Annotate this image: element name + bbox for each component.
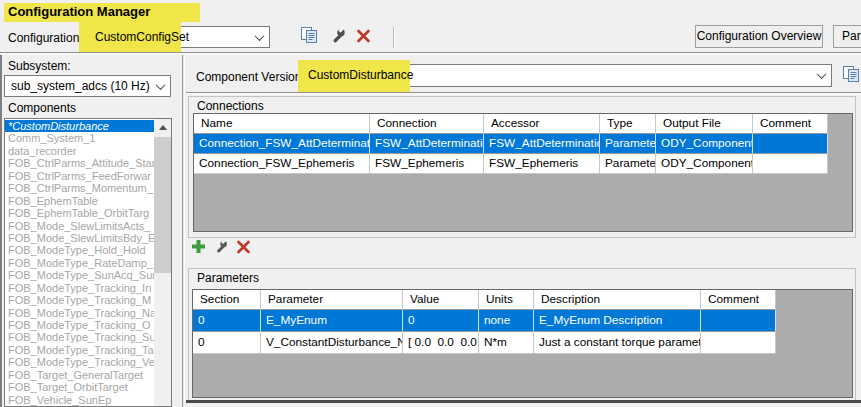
delete-x-icon (356, 29, 371, 46)
copy-icon (842, 66, 861, 86)
bottom-edge-border (186, 400, 861, 403)
table-cell[interactable]: [ 0.0 0.0 0.0 ] (403, 332, 479, 354)
component-list-item[interactable]: FOB_Mode_SlewLimitsActs_ (5, 220, 154, 232)
table-cell[interactable]: FSW_Ephemeris (484, 154, 600, 174)
table-cell[interactable]: V_ConstantDisturbance_Nm (261, 332, 403, 354)
table-cell[interactable]: FSW_AttDetermination (370, 134, 484, 154)
edit-connection-button[interactable] (214, 240, 228, 257)
copy-configuration-button[interactable] (298, 27, 320, 47)
table-row[interactable]: 0E_MyEnum0noneE_MyEnum Description (193, 310, 852, 332)
component-list-item[interactable]: FOB_CtrlParms_Momentum_ (5, 182, 154, 194)
component-list-item[interactable]: FOB_ModeType_Tracking_O (5, 319, 154, 331)
table-cell[interactable] (753, 134, 828, 154)
main-separator (186, 92, 861, 94)
table-cell[interactable]: ODY_Components (656, 134, 753, 154)
component-list-item[interactable]: FOB_ModeType_Tracking_Su (5, 331, 154, 343)
component-list-item[interactable]: FOB_Vehicle_SunEp (5, 394, 154, 406)
table-cell[interactable]: FSW_Ephemeris (370, 154, 484, 174)
components-list[interactable]: *CustomDisturbanceComm_System_1data_reco… (4, 118, 172, 407)
component-list-item[interactable]: FOB_Mode_SlewLimitsBdy_E (5, 232, 154, 244)
table-cell[interactable]: 0 (403, 310, 479, 332)
column-header[interactable]: Output File (656, 114, 753, 134)
component-list-item[interactable]: FOB_ModeType_Tracking_Na (5, 307, 154, 319)
table-cell[interactable]: none (479, 310, 534, 332)
component-list-item[interactable]: FOB_CtrlParms_FeedForwar (5, 170, 154, 182)
column-header[interactable]: Comment (701, 290, 776, 310)
component-list-item[interactable]: data_recorder (5, 145, 154, 157)
chevron-down-icon[interactable] (151, 77, 169, 95)
component-list-item[interactable]: FOB_ModeType_Tracking_Ta (5, 344, 154, 356)
component-list-item[interactable]: FOB_CtrlParms_Attitude_Star (5, 157, 154, 169)
grid-header-row[interactable]: SectionParameterValueUnitsDescriptionCom… (193, 290, 852, 310)
table-cell[interactable]: Parameter (600, 134, 656, 154)
chevron-down-icon[interactable] (812, 66, 830, 85)
table-cell[interactable] (753, 154, 828, 174)
column-header[interactable]: Accessor (484, 114, 600, 134)
parameter-button-clipped[interactable]: Para (833, 25, 861, 48)
parameters-grid[interactable]: SectionParameterValueUnitsDescriptionCom… (192, 289, 853, 398)
subsystem-label: Subsystem: (8, 59, 71, 73)
edit-configuration-button[interactable] (329, 29, 347, 46)
table-cell[interactable] (701, 310, 776, 332)
column-header[interactable]: Type (600, 114, 656, 134)
chevron-down-icon[interactable] (250, 28, 268, 46)
table-cell[interactable]: Connection_FSW_AttDetermination (194, 134, 370, 154)
table-row[interactable]: Connection_FSW_EphemerisFSW_EphemerisFSW… (194, 154, 852, 174)
column-header[interactable]: Value (403, 290, 479, 310)
table-cell[interactable]: E_MyEnum Description (534, 310, 701, 332)
component-list-item[interactable]: FOB_ModeType_Tracking_In (5, 282, 154, 294)
table-row[interactable]: 0V_ConstantDisturbance_Nm[ 0.0 0.0 0.0 ]… (193, 332, 852, 354)
delete-connection-button[interactable] (236, 240, 251, 257)
table-cell[interactable]: Connection_FSW_Ephemeris (194, 154, 370, 174)
delete-configuration-button[interactable] (355, 30, 371, 45)
table-cell[interactable]: ODY_Components (656, 154, 753, 174)
configuration-overview-button[interactable]: Configuration Overview (695, 25, 823, 48)
component-list-item[interactable]: FOB_ModeType_SunAcq_Sun (5, 269, 154, 281)
component-list-item[interactable]: FOB_ModeType_Tracking_Ve (5, 356, 154, 368)
table-cell[interactable]: FSW_AttDetermination (484, 134, 600, 154)
table-cell[interactable]: N*m (479, 332, 534, 354)
copy-icon (300, 27, 319, 47)
table-cell[interactable]: Parameter (600, 154, 656, 174)
component-list-item[interactable]: FOB_ModeType_Tracking_M (5, 294, 154, 306)
table-cell[interactable]: Just a constant torque parameter (534, 332, 701, 354)
panel-splitter[interactable] (182, 55, 185, 407)
component-version-select[interactable]: CustomDisturbance (301, 64, 832, 87)
scrollbar-thumb[interactable] (154, 137, 171, 273)
connections-grid[interactable]: NameConnectionAccessorTypeOutput FileCom… (193, 113, 853, 232)
column-header[interactable]: Section (193, 290, 261, 310)
add-connection-button[interactable] (191, 239, 206, 257)
component-list-item[interactable]: FOB_EphemTable (5, 195, 154, 207)
column-header[interactable]: Connection (370, 114, 484, 134)
table-cell[interactable]: 0 (193, 310, 261, 332)
column-header[interactable]: Description (534, 290, 701, 310)
component-list-item[interactable]: Comm_System_1 (5, 132, 154, 144)
top-separator (0, 52, 861, 54)
configuration-manager-window: Configuration Manager Configuration: Cus… (0, 0, 861, 407)
connections-groupbox: Connections NameConnectionAccessorTypeOu… (188, 96, 856, 238)
component-list-item[interactable]: FOB_EphemTable_OrbitTarg (5, 207, 154, 219)
column-header[interactable]: Parameter (261, 290, 403, 310)
component-version-value: CustomDisturbance (302, 65, 831, 86)
component-list-item[interactable]: FOB_ModeType_RateDamp_ (5, 257, 154, 269)
table-cell[interactable]: 0 (193, 332, 261, 354)
components-scrollbar[interactable] (154, 119, 171, 406)
table-cell[interactable] (701, 332, 776, 354)
wrench-icon (330, 28, 346, 47)
connections-toolbar (191, 238, 271, 258)
column-header[interactable]: Name (194, 114, 370, 134)
copy-component-button[interactable] (840, 66, 861, 86)
component-list-item[interactable]: FOB_Target_GeneralTarget (5, 369, 154, 381)
table-cell[interactable]: E_MyEnum (261, 310, 403, 332)
subsystem-select[interactable]: sub_system_adcs (10 Hz) (4, 75, 171, 97)
column-header[interactable]: Units (479, 290, 534, 310)
configuration-select-value: CustomConfigSet (89, 27, 269, 47)
configuration-select[interactable]: CustomConfigSet (88, 26, 270, 48)
component-list-item[interactable]: *CustomDisturbance (5, 120, 154, 132)
scroll-up-icon[interactable] (154, 119, 171, 136)
table-row[interactable]: Connection_FSW_AttDeterminationFSW_AttDe… (194, 134, 852, 154)
column-header[interactable]: Comment (753, 114, 828, 134)
component-list-item[interactable]: FOB_ModeType_Hold_Hold (5, 244, 154, 256)
grid-header-row[interactable]: NameConnectionAccessorTypeOutput FileCom… (194, 114, 852, 134)
component-list-item[interactable]: FOB_Target_OrbitTarget (5, 381, 154, 393)
